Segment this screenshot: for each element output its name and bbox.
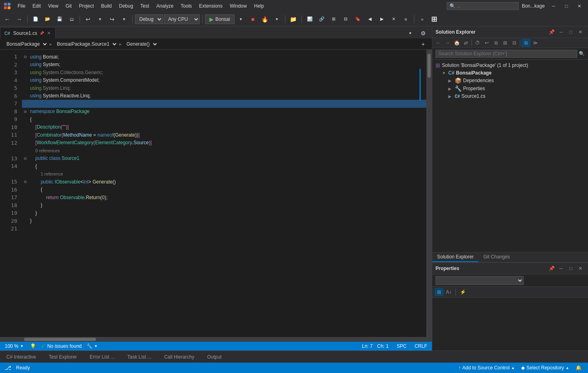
menu-debug[interactable]: Debug — [116, 2, 136, 10]
line-col-status[interactable]: Ln: 7 Ch: 1 — [360, 343, 390, 349]
breadcrumb-method-dropdown[interactable]: Generate() — [123, 40, 158, 48]
menu-analyze[interactable]: Analyze — [153, 2, 177, 10]
se-minimize-button[interactable]: ─ — [557, 28, 566, 36]
close-button[interactable]: ✕ — [574, 2, 585, 10]
bookmark-next-button[interactable]: ▶ — [376, 14, 387, 24]
props-pin-button[interactable]: 📌 — [547, 264, 556, 272]
intellisense-status[interactable]: 💡 — [28, 343, 38, 349]
editor-tab-source1[interactable]: C# Source1.cs 📌 ✕ — [0, 27, 56, 38]
props-close-button[interactable]: ✕ — [576, 264, 585, 272]
project-collapse-icon[interactable]: ▼ — [442, 71, 447, 75]
breadcrumb-namespace-dropdown[interactable]: BonsaiPackage — [3, 40, 48, 48]
properties-dropdown[interactable] — [435, 276, 524, 285]
no-issues-status[interactable]: ✓ No issues found — [41, 343, 82, 349]
props-categorized-button[interactable]: ⊞ — [435, 288, 444, 296]
hot-reload-button[interactable]: 🔥 — [259, 14, 271, 24]
minimize-button[interactable]: ─ — [548, 2, 559, 10]
se-forward-button[interactable]: → — [443, 39, 452, 47]
fold-8[interactable]: ⊖ — [24, 109, 30, 114]
menu-build[interactable]: Build — [98, 2, 115, 10]
properties-expand-icon[interactable]: ▶ — [448, 87, 453, 91]
bookmark-menu-button[interactable]: ≡ — [400, 14, 411, 24]
menu-git[interactable]: Git — [62, 2, 75, 10]
toolbar-customize[interactable]: ⊞ — [429, 14, 440, 24]
se-maximize-button[interactable]: □ — [566, 28, 575, 36]
bookmark-clear-button[interactable]: ✕ — [388, 14, 399, 24]
se-split2-button[interactable]: ⊟ — [510, 39, 519, 47]
linter-dropdown[interactable]: 🔧 ▼ — [85, 343, 99, 349]
props-maximize-button[interactable]: □ — [566, 264, 575, 272]
menu-help[interactable]: Help — [251, 2, 267, 10]
maximize-button[interactable]: □ — [561, 2, 572, 10]
forward-button[interactable]: → — [14, 14, 25, 24]
tree-dependencies[interactable]: ▶ 📦 Dependencies — [432, 77, 588, 85]
tree-source1[interactable]: ▶ C# Source1.cs — [432, 93, 588, 100]
menu-window[interactable]: Window — [227, 2, 250, 10]
tab-csharp-interactive[interactable]: C# Interactive — [3, 353, 39, 361]
undo-dropdown[interactable]: ▼ — [94, 14, 106, 24]
title-bar-search[interactable]: 🔍 ... — [447, 2, 519, 10]
new-file-button[interactable]: 📄 — [30, 14, 41, 24]
bookmark-prev-button[interactable]: ◀ — [364, 14, 375, 24]
tab-call-hierarchy[interactable]: Call Hierarchy — [161, 353, 197, 361]
dependencies-expand-icon[interactable]: ▶ — [448, 79, 453, 83]
tab-error-list[interactable]: Error List ... — [86, 353, 118, 361]
toolbar-overflow[interactable]: » — [417, 14, 428, 24]
tab-git-changes[interactable]: Git Changes — [478, 252, 515, 262]
menu-edit[interactable]: Edit — [29, 2, 44, 10]
save-all-button[interactable]: 🗂 — [66, 14, 77, 24]
se-pin-button[interactable]: 📌 — [547, 28, 556, 36]
props-alphabetical-button[interactable]: A↕ — [444, 288, 453, 296]
fold-15[interactable]: ⊖ — [24, 179, 30, 184]
tree-properties[interactable]: ▶ 🔧 Properties — [432, 85, 588, 93]
toolbar-more-2[interactable]: ⊟ — [340, 14, 351, 24]
open-file-button[interactable]: 📂 — [42, 14, 53, 24]
fold-13[interactable]: ⊖ — [24, 156, 30, 161]
add-to-source-control[interactable]: ↑ Add to Source Control ▲ — [457, 365, 516, 371]
run-dropdown[interactable]: ▼ — [235, 14, 247, 24]
editor-settings-button[interactable]: ⚙ — [417, 28, 429, 38]
se-search-input[interactable] — [435, 50, 577, 58]
menu-extensions[interactable]: Extensions — [196, 2, 226, 10]
se-history-button[interactable]: ⏱ — [473, 39, 482, 47]
ready-status[interactable]: Ready — [14, 365, 32, 371]
bookmark-button[interactable]: 🔖 — [352, 14, 363, 24]
menu-test[interactable]: Test — [137, 2, 153, 10]
se-close-button[interactable]: ✕ — [576, 28, 585, 36]
tab-close-source1[interactable]: ✕ — [46, 31, 51, 35]
attach-debugger-button[interactable]: 🔗 — [316, 14, 327, 24]
tab-output[interactable]: Output — [204, 353, 225, 361]
props-minimize-button[interactable]: ─ — [557, 264, 566, 272]
stop-button[interactable]: ■ — [247, 14, 259, 24]
redo-button[interactable]: ↪ — [106, 14, 118, 24]
back-button[interactable]: ← — [2, 14, 13, 24]
run-button[interactable]: ▶ Bonsai — [205, 14, 235, 24]
menu-view[interactable]: View — [45, 2, 62, 10]
redo-dropdown[interactable]: ▼ — [118, 14, 130, 24]
tab-list-button[interactable]: ▼ — [405, 28, 416, 38]
se-back-button[interactable]: ← — [434, 39, 443, 47]
encoding-status[interactable]: SPC — [395, 343, 408, 349]
tree-project[interactable]: ▼ C# BonsaiPackage — [432, 69, 588, 77]
vertical-scrollbar[interactable] — [426, 50, 432, 337]
tree-solution[interactable]: ⊞ Solution 'BonsaiPackage' (1 of 1 proje… — [432, 61, 588, 69]
source1-expand-icon[interactable]: ▶ — [448, 94, 453, 99]
horizontal-scrollbar[interactable] — [0, 337, 432, 342]
se-filter-active[interactable]: ⧉ — [522, 39, 530, 47]
se-home-button[interactable]: 🏠 — [452, 39, 461, 47]
zoom-status[interactable]: 100 % ▼ — [3, 343, 25, 349]
se-sync-button[interactable]: ⇄ — [462, 39, 470, 47]
se-more-button[interactable]: ≫ — [531, 39, 540, 47]
select-repository[interactable]: ◆ Select Repository ▲ — [520, 365, 571, 371]
tab-solution-explorer[interactable]: Solution Explorer — [432, 252, 478, 262]
tab-task-list[interactable]: Task List ... — [124, 353, 155, 361]
menu-project[interactable]: Project — [76, 2, 97, 10]
se-preview-button[interactable]: ⧉ — [492, 39, 500, 47]
se-undo-button[interactable]: ↩ — [482, 39, 491, 47]
undo-button[interactable]: ↩ — [82, 14, 94, 24]
code-content[interactable]: ⊖ using Bonsai; using System; using Syst… — [22, 50, 426, 337]
line-ending-status[interactable]: CRLF — [413, 343, 429, 349]
tab-test-explorer[interactable]: Test Explorer — [46, 353, 80, 361]
save-button[interactable]: 💾 — [54, 14, 65, 24]
debug-config-dropdown[interactable]: Debug — [135, 14, 163, 24]
